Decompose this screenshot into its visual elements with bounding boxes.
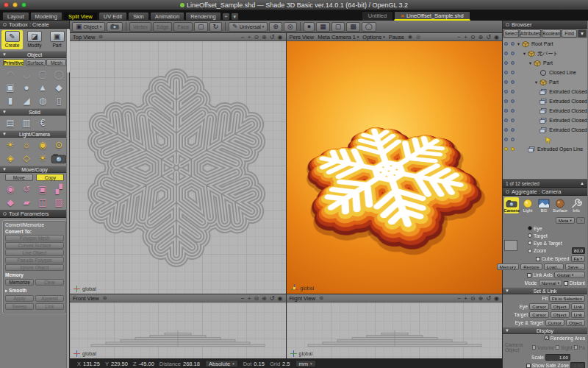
magnify-icon[interactable]: ⊙ <box>470 34 476 40</box>
zoom-value-input[interactable]: 80.0 <box>572 247 585 254</box>
viewport-label[interactable]: Front View <box>73 295 99 302</box>
camera-select-button[interactable] <box>107 22 123 32</box>
tree-row[interactable]: ▼Part <box>503 58 587 68</box>
spot-light-tool[interactable]: ☼ <box>18 138 35 152</box>
right-viewport[interactable]: Right View ⊛ −+⊙⊕↺◉ global <box>287 294 503 358</box>
mode-dropdown[interactable]: Normal▾ <box>539 280 562 286</box>
visibility-toggle[interactable] <box>503 71 509 74</box>
numeric-copy-tool[interactable]: ◆ <box>2 196 18 209</box>
disclosure-triangle-icon[interactable]: ▼ <box>516 42 521 46</box>
object-mode-button[interactable]: ▣Object▾ <box>72 22 105 32</box>
cone-tool[interactable]: ▲ <box>35 81 51 94</box>
viewport-label[interactable]: Right View <box>290 295 316 302</box>
render-toggle[interactable] <box>509 61 516 65</box>
visibility-toggle[interactable] <box>503 99 509 103</box>
orbit-icon[interactable]: ↺ <box>270 295 275 302</box>
frame-icon[interactable]: ◉ <box>278 295 283 302</box>
cube-speed-checkbox[interactable] <box>536 257 540 261</box>
options-dropdown[interactable]: Options▾ <box>362 34 384 40</box>
aggregate-tab-info[interactable]: Info <box>569 197 584 213</box>
render-toggle[interactable] <box>509 128 516 132</box>
close-tab-icon[interactable]: × <box>401 13 404 19</box>
workspace-tab-layout[interactable]: Layout <box>2 12 29 21</box>
browser-tab-boolean[interactable]: Boolean <box>542 29 561 38</box>
render-toggle[interactable] <box>509 90 516 93</box>
move-copy-move-button[interactable]: Move <box>5 174 33 181</box>
zoom-out-icon[interactable]: − <box>458 295 462 302</box>
tree-row[interactable]: Extruded Closed <box>503 96 587 106</box>
scale-input[interactable]: 1.00 <box>545 354 570 361</box>
wedge-tool[interactable]: ◢ <box>18 94 35 107</box>
panel-dot-icon[interactable] <box>506 23 509 26</box>
radio-button[interactable] <box>528 226 532 230</box>
radio-button[interactable] <box>528 249 532 253</box>
tree-row[interactable]: ▼Part <box>503 77 587 87</box>
solid-section-bar[interactable]: ▼Solid <box>0 108 69 116</box>
panel-dot-icon[interactable] <box>506 190 509 194</box>
move-copy-copy-button[interactable]: Copy <box>36 174 64 181</box>
camera-create-tool[interactable] <box>51 152 67 165</box>
orbit-icon[interactable]: ↺ <box>486 295 491 302</box>
preview-quality-icon[interactable]: ◉ <box>408 34 412 40</box>
link-axis-dropdown[interactable]: Global▾ <box>554 272 585 278</box>
marquee-select-button[interactable]: ▢ <box>194 22 208 32</box>
toolbox-mode-create[interactable]: ✎Create <box>1 30 23 49</box>
collapse-panel-icon[interactable]: ▲ <box>580 181 584 185</box>
workspace-tab-split-view[interactable]: Split View <box>63 12 98 21</box>
workspace-tab-uv-edit[interactable]: UV Edit <box>98 12 127 21</box>
front-viewport[interactable]: Front View ⊛ −+⊙⊕↺◉ global <box>70 294 286 358</box>
visibility-toggle[interactable] <box>503 61 509 65</box>
frame-icon[interactable]: ◉ <box>494 34 499 40</box>
target-tool-button[interactable]: ◎ <box>284 22 297 32</box>
cylinder-tool[interactable]: ▮ <box>2 94 18 107</box>
visibility-toggle[interactable] <box>503 118 509 122</box>
box-tool[interactable]: ▣ <box>2 81 18 94</box>
move-copy-section-bar[interactable]: ▼Move/Copy <box>0 166 69 173</box>
visibility-toggle[interactable] <box>503 80 509 84</box>
disclosure-triangle-icon[interactable]: ▼ <box>528 61 533 66</box>
render-toggle[interactable] <box>509 99 516 103</box>
sphere-tool[interactable]: ● <box>18 81 35 94</box>
orbit-icon[interactable]: ↺ <box>270 34 275 40</box>
render-toggle[interactable] <box>509 147 516 151</box>
show-safe-zone-checkbox[interactable] <box>526 364 531 368</box>
camera-dropdown[interactable]: Meta Camera 1▾ <box>318 34 359 40</box>
render-toggle[interactable] <box>509 80 516 84</box>
eye-target-object-button[interactable]: Object <box>566 319 585 326</box>
area-light-tool[interactable]: ⊙ <box>51 138 67 152</box>
solid-cup-tool[interactable]: ▥ <box>18 116 35 130</box>
tree-row[interactable]: Extruded Open Line <box>503 144 587 154</box>
pane-layout-button[interactable]: ▢ <box>331 22 345 32</box>
rendering-area-checkbox[interactable] <box>545 336 549 340</box>
browser-tab-find[interactable]: Find <box>562 29 577 38</box>
gear-icon[interactable]: ⊛ <box>103 295 107 301</box>
pause-button[interactable]: Pause <box>389 34 404 40</box>
magnify-icon[interactable]: ⊙ <box>470 295 476 302</box>
workspace-tab-rendering[interactable]: Rendering <box>185 12 221 21</box>
pan-icon[interactable]: ⊕ <box>478 34 484 40</box>
pan-icon[interactable]: ⊕ <box>262 295 267 302</box>
tree-row[interactable] <box>503 135 587 144</box>
zoom-in-icon[interactable]: + <box>248 34 251 40</box>
gear-icon[interactable]: ⊛ <box>319 295 323 301</box>
panel-dot-icon[interactable] <box>3 212 7 216</box>
cube-speed-dropdown[interactable]: Fa▾ <box>571 255 586 262</box>
visibility-toggle[interactable] <box>503 138 509 141</box>
texture-display-button[interactable]: ▩ <box>346 22 360 32</box>
point-light-tool[interactable]: ☀ <box>2 138 18 152</box>
render-toggle[interactable] <box>509 138 516 141</box>
aggregate-tab-light[interactable]: Light <box>520 197 535 213</box>
camera-save-button[interactable]: Save... <box>565 263 585 270</box>
top-viewport[interactable]: Top View ⊛ −+⊙⊕↺◉ global <box>70 33 286 294</box>
camera-object-pa-checkbox[interactable] <box>574 345 578 350</box>
eye-cursor-button[interactable]: Cursor <box>529 303 549 310</box>
viewport-label[interactable]: Pers View <box>290 34 315 40</box>
polyhedron-tool[interactable]: ◆ <box>51 81 67 94</box>
absolute-dropdown[interactable]: Absolute▾ <box>205 360 238 367</box>
primitive-tab-mesh[interactable]: Mesh <box>46 59 66 66</box>
zoom-in-icon[interactable]: + <box>464 295 467 302</box>
camera-restore-button[interactable]: Restore <box>520 263 542 270</box>
disclosure-triangle-icon[interactable]: ▼ <box>534 80 539 85</box>
object-section-bar[interactable]: ▼Object <box>0 51 69 58</box>
panel-dot-icon[interactable] <box>3 23 7 26</box>
